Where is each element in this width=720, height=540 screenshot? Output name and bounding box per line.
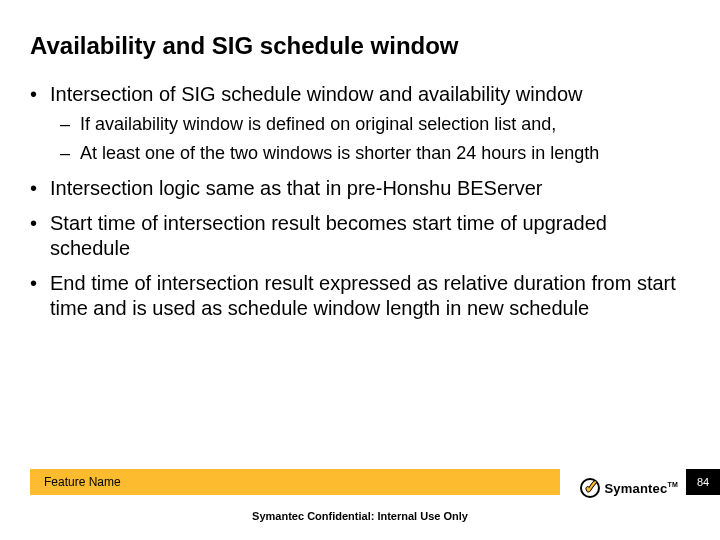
slide-content: Intersection of SIG schedule window and … bbox=[30, 72, 690, 321]
brand-text: Symantec bbox=[604, 481, 667, 496]
confidential-label: Symantec Confidential: Internal Use Only bbox=[0, 510, 720, 522]
bullet-text: Intersection of SIG schedule window and … bbox=[50, 83, 583, 105]
sub-bullet-item: If availability window is defined on ori… bbox=[60, 113, 690, 136]
check-circle-icon bbox=[580, 478, 600, 498]
slide: Availability and SIG schedule window Int… bbox=[0, 0, 720, 540]
bullet-item: Start time of intersection result become… bbox=[30, 211, 690, 261]
bullet-item: Intersection of SIG schedule window and … bbox=[30, 82, 690, 166]
page-number-badge: 84 bbox=[686, 469, 720, 495]
footer-bar: Feature Name bbox=[30, 469, 560, 495]
feature-name-label: Feature Name bbox=[44, 475, 121, 489]
trademark: TM bbox=[667, 481, 678, 488]
bullet-item: End time of intersection result expresse… bbox=[30, 271, 690, 321]
brand-logo: SymantecTM bbox=[580, 478, 678, 498]
sub-bullet-item: At least one of the two windows is short… bbox=[60, 142, 690, 165]
bullet-list: Intersection of SIG schedule window and … bbox=[30, 82, 690, 321]
brand-name: SymantecTM bbox=[604, 481, 678, 496]
sub-bullet-list: If availability window is defined on ori… bbox=[50, 113, 690, 166]
bullet-item: Intersection logic same as that in pre-H… bbox=[30, 176, 690, 201]
slide-title: Availability and SIG schedule window bbox=[30, 32, 690, 60]
